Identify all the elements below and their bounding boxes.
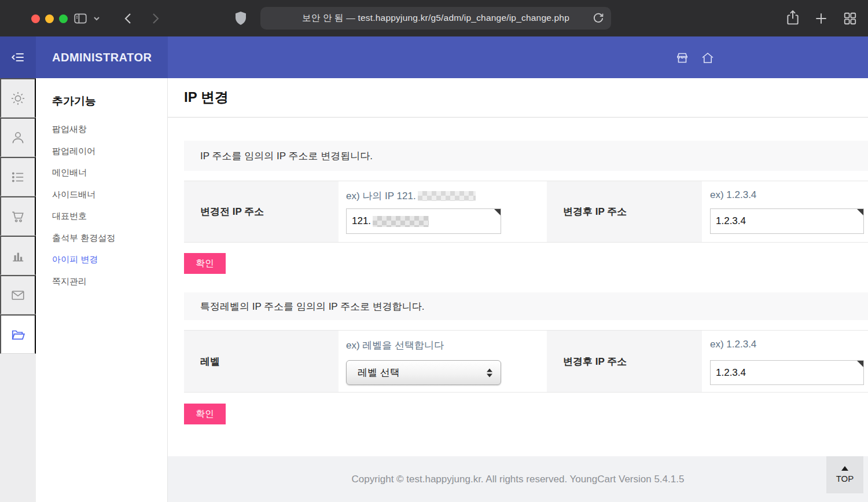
- sidebar-toggle-icon[interactable]: [73, 11, 88, 26]
- bar-chart-icon: [10, 248, 25, 263]
- rail-item-shop[interactable]: [0, 196, 36, 236]
- section2-description: 특정레벨의 IP 주소를 임의의 IP 주소로 변경합니다.: [184, 300, 425, 313]
- rail-item-settings[interactable]: [0, 78, 36, 118]
- section1-description-box: IP 주소를 임의의 IP 주소로 변경됩니다.: [184, 141, 868, 171]
- list-icon: [10, 170, 25, 185]
- icon-rail: [0, 78, 36, 502]
- copyright-text: Copyright © test.happyjung.kr. All right…: [352, 474, 685, 485]
- sidebar-item-main-banner[interactable]: 메인배너: [36, 162, 167, 184]
- envelope-icon: [10, 288, 25, 303]
- rail-item-members[interactable]: [0, 118, 36, 157]
- storefront-icon[interactable]: [675, 51, 689, 65]
- level-after-ip-input[interactable]: [711, 361, 863, 384]
- menu-collapse-button[interactable]: [0, 36, 36, 78]
- main-content: IP 변경 IP 주소를 임의의 IP 주소로 변경됩니다. 변경전 IP 주소…: [168, 78, 868, 456]
- after-ip-input[interactable]: [711, 209, 863, 233]
- after-ip-label: 변경후 IP 주소: [547, 205, 627, 218]
- level-field-cell: ex) 레벨을 선택합니다 레벨 선택: [339, 331, 547, 392]
- sidebar-item-attendance-settings[interactable]: 출석부 환경설정: [36, 227, 167, 249]
- sidebar-heading: 추가기능: [36, 78, 167, 109]
- level-label-cell: 레벨: [184, 331, 339, 392]
- section1-description: IP 주소를 임의의 IP 주소로 변경됩니다.: [184, 149, 373, 163]
- close-window-button[interactable]: [31, 14, 40, 23]
- level-ip-change-form-table: 레벨 ex) 레벨을 선택합니다 레벨 선택 변경후 IP 주소 ex) 1.2…: [184, 330, 868, 393]
- menu-collapse-icon: [10, 50, 25, 65]
- new-tab-icon[interactable]: [814, 11, 829, 26]
- brand-title: ADMINISTRATOR: [36, 51, 152, 64]
- level-after-ip-field-cell: ex) 1.2.3.4: [702, 331, 868, 392]
- up-triangle-icon: [841, 466, 848, 471]
- zoom-window-button[interactable]: [59, 14, 68, 23]
- redacted-ip-hint: [418, 191, 476, 201]
- after-ip-hint: ex) 1.2.3.4: [710, 189, 756, 201]
- section1-confirm-button[interactable]: 확인: [184, 253, 226, 274]
- share-icon[interactable]: [785, 9, 801, 27]
- after-ip-label-cell: 변경후 IP 주소: [547, 181, 702, 242]
- sidebar-item-main-number[interactable]: 대표번호: [36, 205, 167, 227]
- gear-icon: [10, 91, 25, 106]
- select-arrows-icon: [487, 368, 492, 377]
- sidebar-item-popup-window[interactable]: 팝업새창: [36, 118, 167, 140]
- section2-confirm-button[interactable]: 확인: [184, 404, 226, 424]
- title-divider: [168, 117, 868, 118]
- admin-header: ADMINISTRATOR 부가서비스 관리자: [0, 36, 868, 78]
- level-hint: ex) 레벨을 선택합니다: [346, 339, 444, 352]
- rail-item-addons[interactable]: [0, 314, 36, 354]
- sidebar-item-side-banner[interactable]: 사이드배너: [36, 184, 167, 206]
- before-ip-label-cell: 변경전 IP 주소: [184, 181, 339, 242]
- reload-icon[interactable]: [591, 11, 605, 25]
- sidebar-item-popup-layer[interactable]: 팝업레이어: [36, 140, 167, 162]
- address-bar-url: 보안 안 됨 — test.happyjung.kr/g5/adm/ip_cha…: [302, 12, 569, 24]
- rail-item-stats[interactable]: [0, 236, 36, 275]
- tab-overview-icon[interactable]: [843, 11, 858, 26]
- before-ip-input[interactable]: 121.: [346, 208, 501, 234]
- level-select[interactable]: 레벨 선택: [346, 360, 501, 385]
- sidebar-menu: 추가기능 팝업새창 팝업레이어 메인배너 사이드배너 대표번호 출석부 환경설정…: [36, 78, 168, 502]
- brand-area: ADMINISTRATOR: [36, 36, 168, 78]
- minimize-window-button[interactable]: [45, 14, 54, 23]
- home-icon[interactable]: [701, 51, 715, 65]
- address-bar[interactable]: 보안 안 됨 — test.happyjung.kr/g5/adm/ip_cha…: [260, 7, 611, 30]
- safari-window: { "browser": { "url": "보안 안 됨 — test.hap…: [0, 0, 868, 502]
- ip-change-form-table: 변경전 IP 주소 ex) 나의 IP 121. 121. 변경후 IP 주소 …: [184, 181, 868, 243]
- browser-toolbar: 보안 안 됨 — test.happyjung.kr/g5/adm/ip_cha…: [0, 0, 868, 36]
- level-after-ip-hint: ex) 1.2.3.4: [710, 339, 756, 350]
- before-ip-field-cell: ex) 나의 IP 121. 121.: [339, 181, 547, 242]
- folder-open-icon: [10, 327, 25, 342]
- cart-icon: [10, 209, 25, 224]
- after-ip-field-cell: ex) 1.2.3.4: [702, 181, 868, 242]
- back-button[interactable]: [122, 12, 135, 25]
- level-label: 레벨: [184, 355, 220, 368]
- person-icon: [10, 130, 25, 145]
- page-title: IP 변경: [184, 88, 229, 107]
- level-after-ip-label: 변경후 IP 주소: [547, 355, 627, 368]
- level-after-ip-label-cell: 변경후 IP 주소: [547, 331, 702, 392]
- privacy-shield-icon[interactable]: [234, 10, 248, 27]
- before-ip-label: 변경전 IP 주소: [184, 205, 264, 218]
- section2-description-box: 특정레벨의 IP 주소를 임의의 IP 주소로 변경합니다.: [184, 292, 868, 320]
- before-ip-hint: ex) 나의 IP 121.: [346, 189, 476, 203]
- sidebar-item-message-admin[interactable]: 쪽지관리: [36, 270, 167, 292]
- rail-item-boards[interactable]: [0, 157, 36, 196]
- forward-button[interactable]: [148, 12, 162, 25]
- footer: Copyright © test.happyjung.kr. All right…: [168, 456, 868, 502]
- sidebar-chevron-down-icon[interactable]: [93, 15, 101, 22]
- scroll-to-top-button[interactable]: TOP: [826, 456, 863, 493]
- rail-item-mail[interactable]: [0, 275, 36, 314]
- redacted-ip-value: [373, 216, 429, 227]
- sidebar-item-ip-change[interactable]: 아이피 변경: [36, 248, 167, 270]
